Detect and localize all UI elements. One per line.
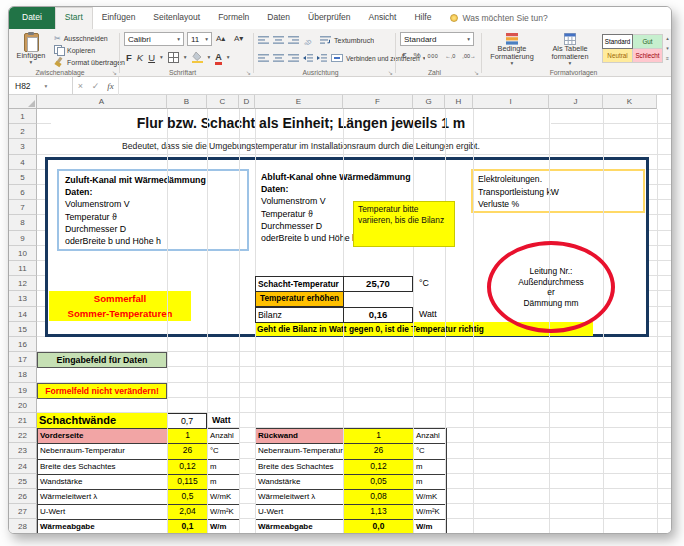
row-header-8[interactable]: 8 [9, 215, 37, 230]
row-header-25[interactable]: 25 [9, 474, 37, 489]
cell-value[interactable]: 0,5 [168, 490, 208, 505]
cell-label[interactable]: Wandstärke [256, 475, 344, 490]
row-header-28[interactable]: 28 [9, 519, 37, 534]
row-header-26[interactable]: 26 [9, 489, 37, 504]
schacht-temp-value[interactable]: 25,70 [343, 276, 413, 292]
dialog-launcher-icon[interactable]: ↘ [246, 70, 251, 76]
row-header-13[interactable]: 13 [9, 291, 37, 306]
bilanz-unit[interactable]: Watt [419, 309, 437, 319]
fill-color-icon[interactable] [192, 51, 203, 63]
cell-label[interactable]: Nebenraum-Temperatur [256, 444, 344, 459]
format-painter-button[interactable]: Format übertragen [54, 56, 125, 68]
cell-unit[interactable]: m [414, 475, 447, 490]
temp-raise-cell[interactable]: Temperatur erhöhen [255, 291, 344, 307]
column-header-J[interactable]: J [549, 95, 603, 109]
row-header-21[interactable]: 21 [9, 413, 37, 428]
align-right-icon[interactable] [288, 54, 299, 62]
name-box[interactable]: H82 ▾ [9, 77, 73, 95]
cell-value[interactable]: 1 [344, 429, 414, 444]
row-header-20[interactable]: 20 [9, 398, 37, 413]
tab-überprüfen[interactable]: Überprüfen [299, 7, 360, 29]
dialog-launcher-icon[interactable]: ↘ [112, 70, 117, 76]
borders-icon[interactable] [168, 52, 179, 63]
column-header-A[interactable]: A [37, 95, 167, 109]
insert-function-button[interactable]: fx [103, 81, 118, 91]
copy-button[interactable]: Kopieren [54, 44, 125, 56]
column-header-B[interactable]: B [167, 95, 207, 109]
font-name-select[interactable]: Calibri ▾ [124, 32, 184, 46]
format-as-table-button[interactable]: Als Tabelle formatieren ▾ [542, 30, 598, 74]
cell-label[interactable]: Breite des Schachtes [38, 460, 168, 475]
column-header-E[interactable]: E [255, 95, 343, 109]
gallery-down-icon[interactable]: ▾ [664, 44, 671, 52]
row-header-2[interactable]: 2 [9, 124, 37, 139]
temperature-callout[interactable]: Temperatur bitte variieren, bis die Bila… [353, 201, 455, 247]
gallery-up-icon[interactable]: ▴ [664, 34, 671, 42]
tab-ansicht[interactable]: Ansicht [360, 7, 406, 29]
shrink-font-button[interactable]: A▾ [234, 34, 243, 43]
align-center-icon[interactable] [273, 54, 284, 62]
schachtwaende-value[interactable]: 0,7 [167, 413, 207, 429]
align-top-icon[interactable] [258, 36, 269, 44]
bilanz-value[interactable]: 0,16 [343, 307, 413, 323]
font-size-select[interactable]: 11 ▾ [187, 32, 212, 46]
gallery-more-icon[interactable]: ≡ [664, 54, 671, 62]
cell-label[interactable]: Nebenraum-Temperatur [38, 444, 168, 459]
column-header-D[interactable]: D [239, 95, 255, 109]
cell-label[interactable]: Rückwand [256, 429, 344, 444]
cell-unit[interactable]: m [414, 460, 447, 475]
row-header-18[interactable]: 18 [9, 367, 37, 382]
tab-datei[interactable]: Datei [9, 7, 55, 29]
cell-style-neutral[interactable]: Neutral [603, 49, 632, 62]
cell-unit[interactable]: °C [414, 444, 447, 459]
cell-value[interactable]: 0,115 [168, 475, 208, 490]
cell-value[interactable]: 0,1 [168, 520, 208, 534]
row-header-19[interactable]: 19 [9, 383, 37, 398]
row-header-1[interactable]: 1 [9, 109, 37, 124]
italic-button[interactable]: K [137, 52, 143, 63]
cell-value[interactable]: 0,0 [344, 520, 414, 534]
row-header-23[interactable]: 23 [9, 443, 37, 458]
cell-unit[interactable]: °C [208, 444, 240, 459]
cell-label[interactable]: Breite des Schachtes [256, 460, 344, 475]
column-header-I[interactable]: I [473, 95, 549, 109]
red-circle-shape[interactable]: Leitung Nr.:AußendurchmesserDämmung mm [487, 241, 615, 333]
column-header-C[interactable]: C [207, 95, 239, 109]
cell-unit[interactable]: m [208, 460, 240, 475]
formula-input[interactable] [118, 77, 672, 95]
cell-value[interactable]: 2,04 [168, 505, 208, 520]
cell-style-gut[interactable]: Gut [633, 35, 662, 48]
decrease-decimal-button[interactable]: ,00→ [462, 53, 475, 59]
bilanz-label[interactable]: Bilanz [255, 307, 344, 323]
formelfeld-cell[interactable]: Formelfeld nicht verändern! [37, 383, 167, 399]
cut-button[interactable]: ✂ Ausschneiden [54, 32, 125, 44]
sheet-subtitle[interactable]: Bedeutet, dass sie die Umgebungstemperat… [51, 140, 551, 153]
cell-unit[interactable]: W/mK [208, 490, 240, 505]
chevron-down-icon[interactable]: ▾ [45, 83, 48, 89]
row-header-10[interactable]: 10 [9, 246, 37, 261]
cell-value[interactable]: 26 [168, 444, 208, 459]
increase-decimal-button[interactable]: ←,0 [445, 53, 455, 59]
cell-label[interactable]: Wärmeleitwert λ [38, 490, 168, 505]
cancel-button[interactable]: × [73, 81, 88, 91]
row-header-17[interactable]: 17 [9, 352, 37, 367]
cell-label[interactable]: Vorderseite [38, 429, 168, 444]
paste-button[interactable]: Einfügen ▾ [12, 30, 50, 74]
dialog-launcher-icon[interactable]: ↘ [474, 70, 479, 76]
cell-label[interactable]: Wandstärke [38, 475, 168, 490]
increase-indent-icon[interactable] [317, 54, 327, 62]
cell-unit[interactable]: W/m²K [208, 505, 240, 520]
cell-label[interactable]: Wärmeleitwert λ [256, 490, 344, 505]
row-header-24[interactable]: 24 [9, 459, 37, 474]
cell-unit[interactable]: Anzahl [208, 429, 240, 444]
conditional-formatting-button[interactable]: Bedingte Formatierung ▾ [484, 30, 540, 74]
tab-hilfe[interactable]: Hilfe [405, 7, 440, 29]
percent-format-button[interactable]: % [413, 51, 420, 60]
tell-me[interactable]: Was möchten Sie tun? [450, 7, 547, 29]
cell-unit[interactable]: W/m [414, 520, 447, 534]
schacht-temp-label[interactable]: Schacht-Temperatur [255, 276, 344, 292]
row-header-11[interactable]: 11 [9, 261, 37, 276]
cell-label[interactable]: U-Wert [38, 505, 168, 520]
zuluft-box[interactable]: Zuluft-Kanal mit WärmedämmungDaten:Volum… [57, 169, 249, 251]
gallery-scroll[interactable]: ▴ ▾ ≡ [664, 34, 671, 62]
